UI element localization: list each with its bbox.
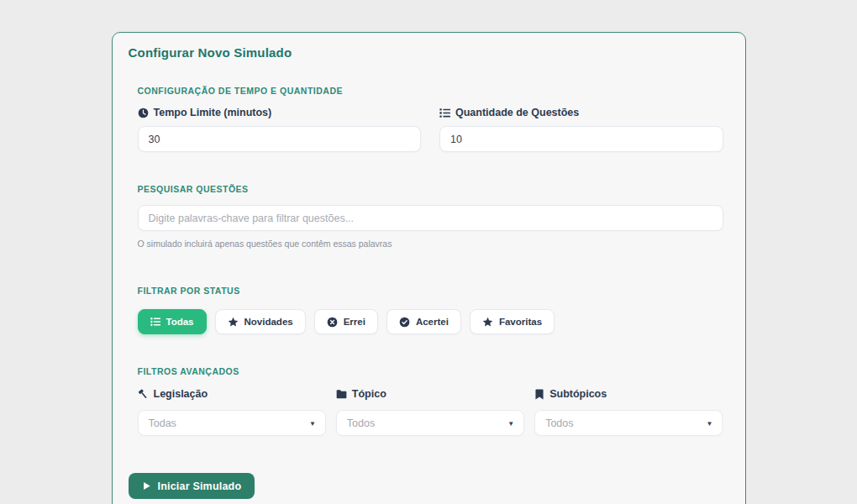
subtopicos-label: Subtópicos	[534, 388, 723, 400]
status-filter-todas-button[interactable]: Todas	[138, 309, 207, 334]
clock-icon	[138, 108, 149, 118]
status-filter-errei-button[interactable]: Errei	[314, 309, 378, 334]
footer-actions: Iniciar Simulado	[129, 473, 723, 499]
legislacao-select[interactable]: Todas ▼	[138, 410, 326, 436]
section-title-search: PESQUISAR QUESTÕES	[138, 184, 723, 194]
play-icon	[142, 481, 151, 491]
legislacao-field: Legislação Todas ▼	[138, 388, 326, 436]
folder-icon	[336, 389, 347, 400]
topico-select[interactable]: Todos ▼	[336, 410, 524, 436]
legislacao-label: Legislação	[138, 388, 326, 400]
status-filter-buttons: Todas Novidades Errei Acertei Favoritas	[138, 309, 723, 334]
time-limit-label: Tempo Limite (minutos)	[138, 107, 422, 118]
topico-field: Tópico Todos ▼	[336, 388, 524, 436]
simulado-config-card: Configurar Novo Simulado CONFIGURAÇÃO DE…	[112, 32, 746, 504]
bookmark-icon	[534, 389, 544, 400]
times-circle-icon	[327, 317, 338, 328]
star-icon	[228, 317, 239, 328]
question-quantity-label: Quantidade de Questões	[439, 107, 723, 118]
question-quantity-field: Quantidade de Questões	[439, 107, 723, 152]
chevron-down-icon: ▼	[507, 419, 514, 427]
section-search: PESQUISAR QUESTÕES O simulado incluirá a…	[138, 184, 723, 249]
status-filter-favoritas-button[interactable]: Favoritas	[470, 309, 555, 334]
start-simulado-button[interactable]: Iniciar Simulado	[129, 473, 255, 499]
list-ol-icon	[439, 108, 450, 118]
time-limit-input[interactable]	[138, 126, 422, 152]
search-input[interactable]	[138, 205, 723, 231]
section-status-filter: FILTRAR POR STATUS Todas Novidades Errei…	[138, 286, 723, 334]
list-ul-icon	[150, 317, 160, 327]
section-title-advanced-filters: FILTROS AVANÇADOS	[138, 366, 723, 376]
section-title-status-filter: FILTRAR POR STATUS	[138, 286, 723, 296]
question-quantity-input[interactable]	[439, 126, 723, 152]
section-title-time-quantity: CONFIGURAÇÃO DE TEMPO E QUANTIDADE	[138, 86, 723, 96]
gavel-icon	[138, 389, 149, 400]
status-filter-novidades-button[interactable]: Novidades	[215, 309, 306, 334]
section-advanced-filters: FILTROS AVANÇADOS Legislação Todas ▼ Tóp…	[138, 366, 723, 436]
search-helper-text: O simulado incluirá apenas questões que …	[138, 239, 723, 249]
advanced-filters-row: Legislação Todas ▼ Tópico Todos ▼	[138, 388, 723, 436]
time-limit-field: Tempo Limite (minutos)	[138, 107, 422, 152]
subtopicos-field: Subtópicos Todos ▼	[534, 388, 723, 436]
status-filter-acertei-button[interactable]: Acertei	[386, 309, 461, 334]
chevron-down-icon: ▼	[309, 419, 316, 427]
topico-label: Tópico	[336, 388, 524, 400]
chevron-down-icon: ▼	[707, 419, 713, 427]
star-icon	[482, 317, 493, 328]
subtopicos-select[interactable]: Todos ▼	[534, 410, 723, 436]
section-time-quantity: CONFIGURAÇÃO DE TEMPO E QUANTIDADE Tempo…	[138, 86, 723, 152]
page-title: Configurar Novo Simulado	[129, 45, 723, 60]
check-circle-icon	[399, 317, 410, 328]
